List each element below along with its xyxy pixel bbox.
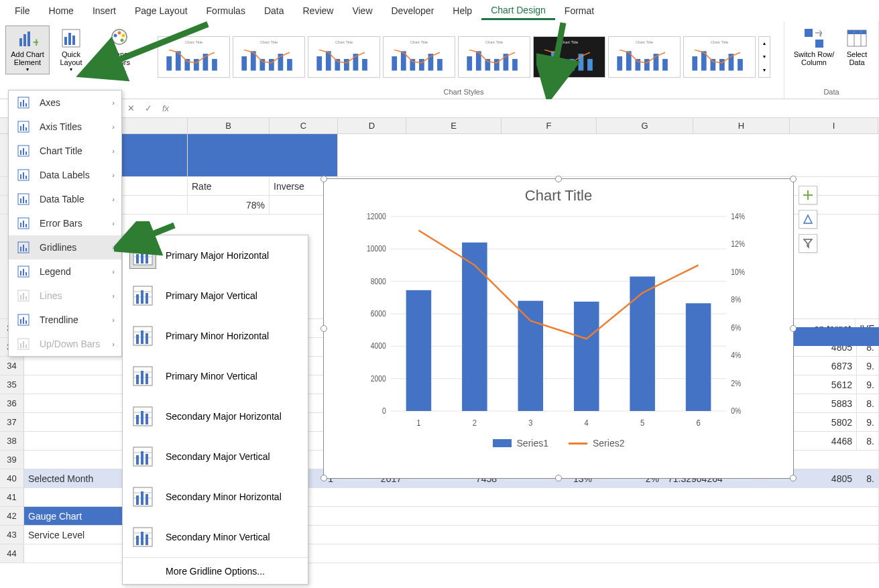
svg-rect-146 bbox=[25, 296, 27, 300]
change-colors-button[interactable]: Change Colors ▾ bbox=[101, 25, 138, 74]
svg-rect-1 bbox=[23, 34, 26, 46]
gallery-more-icon[interactable]: ▾ bbox=[759, 64, 770, 77]
svg-text:12000: 12000 bbox=[367, 212, 386, 221]
menu-item-axes[interactable]: Axes› bbox=[9, 91, 121, 115]
col-header-b[interactable]: B bbox=[188, 118, 270, 133]
tab-data[interactable]: Data bbox=[255, 3, 294, 19]
svg-rect-5 bbox=[64, 37, 67, 45]
svg-rect-2 bbox=[27, 32, 30, 46]
chart-style-3[interactable]: Chart Title bbox=[308, 36, 380, 78]
menu-item-chart-title[interactable]: Chart Title› bbox=[9, 139, 121, 163]
tab-view[interactable]: View bbox=[343, 3, 382, 19]
col-header-h[interactable]: H bbox=[693, 118, 790, 133]
svg-text:2: 2 bbox=[473, 418, 477, 428]
submenu-arrow-icon: › bbox=[112, 99, 115, 107]
chart-styles-button[interactable] bbox=[799, 210, 817, 229]
col-header-g[interactable]: G bbox=[597, 118, 693, 133]
svg-rect-144 bbox=[20, 295, 21, 300]
chart-style-7[interactable]: Chart Title bbox=[608, 36, 681, 78]
svg-rect-47 bbox=[512, 58, 518, 70]
col-header-e[interactable]: E bbox=[406, 118, 502, 133]
menu-item-data-labels[interactable]: Data Labels› bbox=[9, 163, 121, 187]
svg-rect-26 bbox=[287, 58, 292, 70]
svg-rect-54 bbox=[587, 58, 593, 70]
quick-layout-button[interactable]: Quick Layout ▾ bbox=[52, 25, 90, 74]
svg-rect-182 bbox=[136, 415, 139, 424]
gallery-up-icon[interactable]: ▴ bbox=[759, 37, 770, 50]
more-gridline-options[interactable]: More Gridline Options... bbox=[123, 557, 308, 584]
menu-item-gridlines[interactable]: Gridlines› bbox=[9, 235, 121, 259]
col-header-i[interactable]: I bbox=[790, 118, 878, 133]
chart-style-5[interactable]: Chart Title bbox=[458, 36, 530, 78]
chart-style-6[interactable]: Chart Title bbox=[533, 36, 605, 78]
chart-style-2[interactable]: Chart Title bbox=[233, 36, 305, 78]
col-header-f[interactable]: F bbox=[502, 118, 597, 133]
formula-cancel-icon[interactable]: ✕ bbox=[122, 99, 139, 117]
tab-review[interactable]: Review bbox=[294, 3, 343, 19]
svg-rect-33 bbox=[362, 58, 367, 70]
tab-file[interactable]: File bbox=[5, 3, 40, 19]
cell-rate-value[interactable]: 78% bbox=[188, 196, 270, 214]
svg-rect-125 bbox=[23, 172, 24, 179]
svg-rect-141 bbox=[23, 269, 24, 276]
fx-icon[interactable]: fx bbox=[157, 103, 174, 113]
tab-insert[interactable]: Insert bbox=[83, 3, 125, 19]
svg-rect-58 bbox=[635, 58, 640, 70]
submenu-arrow-icon: › bbox=[112, 316, 115, 324]
chart-title[interactable]: Chart Title bbox=[324, 179, 793, 210]
gridline-option-primary-major-horizontal[interactable]: Primary Major Horizontal bbox=[123, 235, 308, 276]
gridline-option-primary-minor-vertical[interactable]: Primary Minor Vertical bbox=[123, 356, 308, 396]
gridline-option-secondary-major-horizontal[interactable]: Secondary Major Horizontal bbox=[123, 396, 308, 436]
add-chart-element-button[interactable]: + Add Chart Element ▾ bbox=[5, 25, 50, 74]
gallery-down-icon[interactable]: ▾ bbox=[759, 50, 770, 64]
select-data-button[interactable]: Select Data bbox=[841, 25, 873, 68]
chart-style-4[interactable]: Chart Title bbox=[383, 36, 455, 78]
chart-legend[interactable]: Series1 Series2 bbox=[324, 431, 793, 455]
svg-rect-201 bbox=[141, 532, 143, 545]
cell-rate-header[interactable]: Rate bbox=[188, 177, 270, 195]
tab-developer[interactable]: Developer bbox=[382, 3, 444, 19]
svg-rect-166 bbox=[145, 293, 148, 304]
gridline-option-primary-minor-horizontal[interactable]: Primary Minor Horizontal bbox=[123, 316, 308, 356]
switch-row-column-button[interactable]: Switch Row/ Column bbox=[790, 25, 838, 68]
submenu-arrow-icon: › bbox=[112, 219, 115, 227]
menu-item-error-bars[interactable]: Error Bars› bbox=[9, 211, 121, 235]
svg-rect-178 bbox=[145, 373, 148, 384]
tab-home[interactable]: Home bbox=[40, 3, 83, 19]
formula-enter-icon[interactable]: ✓ bbox=[139, 99, 157, 117]
svg-point-10 bbox=[118, 32, 121, 35]
col-header-d[interactable]: D bbox=[338, 118, 406, 133]
gridline-icon bbox=[129, 403, 156, 430]
tab-formulas[interactable]: Formulas bbox=[197, 3, 255, 19]
chart-elements-button[interactable] bbox=[799, 186, 817, 204]
gridline-option-primary-major-vertical[interactable]: Primary Major Vertical bbox=[123, 276, 308, 316]
chart-plot-area[interactable]: 0200040006000800010000120000%2%4%6%8%10%… bbox=[364, 210, 753, 431]
column-headers: B C D E F G H I bbox=[0, 118, 879, 134]
menu-item-data-table[interactable]: Data Table› bbox=[9, 187, 121, 211]
menu-item-legend[interactable]: Legend› bbox=[9, 259, 121, 284]
gridline-option-secondary-major-vertical[interactable]: Secondary Major Vertical bbox=[123, 436, 308, 477]
gridline-option-secondary-minor-horizontal[interactable]: Secondary Minor Horizontal bbox=[123, 477, 308, 517]
tab-page-layout[interactable]: Page Layout bbox=[125, 3, 197, 19]
menu-item-up-down-bars: Up/Down Bars› bbox=[9, 332, 121, 356]
chart-filters-button[interactable] bbox=[799, 234, 817, 253]
chart-style-8[interactable]: Chart Title bbox=[683, 36, 756, 78]
menu-item-axis-titles[interactable]: Axis Titles› bbox=[9, 115, 121, 139]
tab-help[interactable]: Help bbox=[443, 3, 481, 19]
menu-item-icon bbox=[15, 167, 32, 183]
svg-rect-190 bbox=[145, 454, 148, 465]
menu-item-trendline[interactable]: Trendline› bbox=[9, 308, 121, 332]
col-header-c[interactable]: C bbox=[270, 118, 338, 133]
chart-style-1[interactable]: Chart Title bbox=[158, 36, 230, 78]
svg-rect-98 bbox=[462, 243, 487, 411]
svg-rect-30 bbox=[335, 58, 340, 70]
tab-chart-design[interactable]: Chart Design bbox=[481, 2, 555, 20]
svg-rect-200 bbox=[136, 536, 139, 545]
gridline-option-secondary-minor-vertical[interactable]: Secondary Minor Vertical bbox=[123, 517, 308, 557]
svg-rect-16 bbox=[184, 58, 190, 70]
tab-format[interactable]: Format bbox=[555, 3, 603, 19]
submenu-arrow-icon: › bbox=[112, 243, 115, 251]
embedded-chart[interactable]: Chart Title 0200040006000800010000120000… bbox=[323, 178, 794, 479]
svg-rect-194 bbox=[136, 495, 139, 505]
svg-text:1: 1 bbox=[416, 418, 420, 428]
